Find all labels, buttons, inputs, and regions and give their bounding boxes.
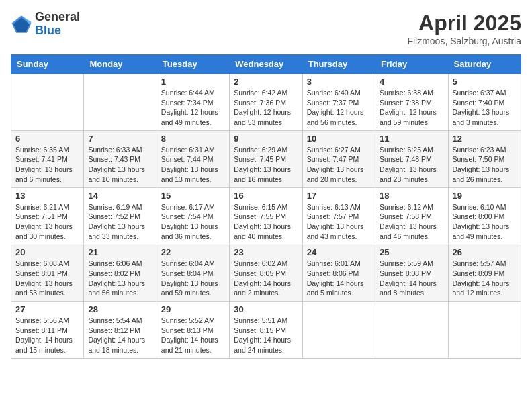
cell-line: Daylight: 14 hours and 15 minutes. <box>15 335 79 355</box>
cell-content: Sunrise: 6:08 AMSunset: 8:01 PMDaylight:… <box>15 259 79 298</box>
cell-line: Daylight: 13 hours and 53 minutes. <box>15 279 79 298</box>
cell-line: Sunset: 7:52 PM <box>88 212 152 222</box>
logo-line2: Blue <box>35 24 80 38</box>
cell-line: Sunset: 8:13 PM <box>161 326 225 336</box>
logo-text: General Blue <box>35 11 80 38</box>
cell-line: Sunrise: 6:02 AM <box>234 259 298 269</box>
cell-line: Sunrise: 5:51 AM <box>234 316 298 326</box>
cell-line: Sunrise: 6:35 AM <box>15 145 79 155</box>
calendar-cell <box>84 74 157 131</box>
day-number: 30 <box>234 304 298 314</box>
cell-line: Sunrise: 6:19 AM <box>88 202 152 212</box>
calendar-cell: 23Sunrise: 6:02 AMSunset: 8:05 PMDayligh… <box>230 244 302 302</box>
cell-content: Sunrise: 6:25 AMSunset: 7:48 PMDaylight:… <box>380 145 443 185</box>
calendar-title: April 2025 <box>407 11 521 36</box>
day-number: 26 <box>453 247 517 257</box>
day-number: 21 <box>88 247 152 257</box>
cell-content: Sunrise: 5:57 AMSunset: 8:09 PMDaylight:… <box>453 259 517 298</box>
cell-line: Sunrise: 6:38 AM <box>380 88 443 98</box>
cell-content: Sunrise: 6:35 AMSunset: 7:41 PMDaylight:… <box>15 145 79 185</box>
calendar-cell: 1Sunrise: 6:44 AMSunset: 7:34 PMDaylight… <box>157 74 229 131</box>
cell-content: Sunrise: 5:56 AMSunset: 8:11 PMDaylight:… <box>15 316 79 355</box>
cell-content: Sunrise: 6:17 AMSunset: 7:54 PMDaylight:… <box>161 202 225 242</box>
cell-line: Daylight: 14 hours and 21 minutes. <box>161 335 225 355</box>
cell-line: Sunset: 7:44 PM <box>161 154 225 165</box>
cell-content: Sunrise: 5:52 AMSunset: 8:13 PMDaylight:… <box>161 316 225 355</box>
cell-line: Daylight: 14 hours and 24 minutes. <box>234 335 298 355</box>
day-header-wednesday: Wednesday <box>230 55 302 74</box>
cell-line: Daylight: 14 hours and 18 minutes. <box>88 335 152 355</box>
calendar-cell: 24Sunrise: 6:01 AMSunset: 8:06 PMDayligh… <box>302 244 375 302</box>
cell-content: Sunrise: 5:54 AMSunset: 8:12 PMDaylight:… <box>88 316 152 355</box>
day-number: 24 <box>307 247 371 257</box>
day-number: 4 <box>380 77 443 87</box>
days-header-row: SundayMondayTuesdayWednesdayThursdayFrid… <box>11 55 521 74</box>
cell-content: Sunrise: 6:12 AMSunset: 7:58 PMDaylight:… <box>380 202 443 242</box>
calendar-cell: 18Sunrise: 6:12 AMSunset: 7:58 PMDayligh… <box>375 187 448 244</box>
cell-content: Sunrise: 6:15 AMSunset: 7:55 PMDaylight:… <box>234 202 298 242</box>
day-number: 12 <box>453 134 517 144</box>
week-row-3: 13Sunrise: 6:21 AMSunset: 7:51 PMDayligh… <box>11 187 521 244</box>
cell-line: Sunset: 7:48 PM <box>380 154 443 165</box>
cell-line: Sunset: 8:06 PM <box>307 269 371 279</box>
day-number: 14 <box>88 191 152 201</box>
calendar-cell: 7Sunrise: 6:33 AMSunset: 7:43 PMDaylight… <box>84 130 157 187</box>
week-row-4: 20Sunrise: 6:08 AMSunset: 8:01 PMDayligh… <box>11 244 521 302</box>
cell-line: Sunrise: 5:57 AM <box>453 259 517 269</box>
cell-line: Sunset: 7:50 PM <box>453 154 517 165</box>
day-number: 7 <box>88 134 152 144</box>
cell-line: Sunrise: 6:29 AM <box>234 145 298 155</box>
cell-line: Sunrise: 6:13 AM <box>307 202 371 212</box>
day-number: 17 <box>307 191 371 201</box>
cell-content: Sunrise: 6:40 AMSunset: 7:37 PMDaylight:… <box>307 88 371 128</box>
day-header-sunday: Sunday <box>11 55 84 74</box>
day-header-saturday: Saturday <box>448 55 521 74</box>
page-header: General Blue April 2025 Filzmoos, Salzbu… <box>11 11 521 46</box>
day-number: 22 <box>161 247 225 257</box>
cell-line: Sunset: 7:36 PM <box>234 98 298 108</box>
calendar-cell: 13Sunrise: 6:21 AMSunset: 7:51 PMDayligh… <box>11 187 84 244</box>
day-number: 5 <box>453 77 517 87</box>
cell-content: Sunrise: 6:19 AMSunset: 7:52 PMDaylight:… <box>88 202 152 242</box>
cell-content: Sunrise: 5:59 AMSunset: 8:08 PMDaylight:… <box>380 259 443 298</box>
cell-line: Daylight: 13 hours and 49 minutes. <box>453 222 517 241</box>
cell-content: Sunrise: 5:51 AMSunset: 8:15 PMDaylight:… <box>234 316 298 355</box>
cell-line: Sunrise: 6:15 AM <box>234 202 298 212</box>
cell-content: Sunrise: 6:44 AMSunset: 7:34 PMDaylight:… <box>161 88 225 128</box>
cell-line: Daylight: 13 hours and 56 minutes. <box>88 279 152 298</box>
cell-line: Daylight: 13 hours and 40 minutes. <box>234 222 298 241</box>
day-number: 16 <box>234 191 298 201</box>
calendar-cell: 10Sunrise: 6:27 AMSunset: 7:47 PMDayligh… <box>302 130 375 187</box>
cell-line: Daylight: 13 hours and 43 minutes. <box>307 222 371 241</box>
day-number: 8 <box>161 134 225 144</box>
cell-line: Sunset: 8:15 PM <box>234 326 298 336</box>
cell-content: Sunrise: 6:31 AMSunset: 7:44 PMDaylight:… <box>161 145 225 185</box>
cell-line: Daylight: 13 hours and 13 minutes. <box>161 165 225 184</box>
cell-line: Sunset: 7:47 PM <box>307 154 371 165</box>
calendar-cell: 11Sunrise: 6:25 AMSunset: 7:48 PMDayligh… <box>375 130 448 187</box>
cell-line: Daylight: 13 hours and 6 minutes. <box>15 165 79 184</box>
cell-line: Sunset: 8:12 PM <box>88 326 152 336</box>
calendar-cell: 30Sunrise: 5:51 AMSunset: 8:15 PMDayligh… <box>230 302 302 359</box>
calendar-cell: 2Sunrise: 6:42 AMSunset: 7:36 PMDaylight… <box>230 74 302 131</box>
calendar-cell: 9Sunrise: 6:29 AMSunset: 7:45 PMDaylight… <box>230 130 302 187</box>
cell-line: Sunrise: 6:23 AM <box>453 145 517 155</box>
cell-line: Daylight: 13 hours and 26 minutes. <box>453 165 517 184</box>
cell-line: Daylight: 13 hours and 23 minutes. <box>380 165 443 184</box>
calendar-cell: 26Sunrise: 5:57 AMSunset: 8:09 PMDayligh… <box>448 244 521 302</box>
cell-content: Sunrise: 6:13 AMSunset: 7:57 PMDaylight:… <box>307 202 371 242</box>
calendar-cell: 3Sunrise: 6:40 AMSunset: 7:37 PMDaylight… <box>302 74 375 131</box>
cell-content: Sunrise: 6:27 AMSunset: 7:47 PMDaylight:… <box>307 145 371 185</box>
day-number: 9 <box>234 134 298 144</box>
day-number: 11 <box>380 134 443 144</box>
cell-line: Sunrise: 6:10 AM <box>453 202 517 212</box>
week-row-1: 1Sunrise: 6:44 AMSunset: 7:34 PMDaylight… <box>11 74 521 131</box>
cell-line: Sunrise: 5:56 AM <box>15 316 79 326</box>
cell-line: Sunrise: 5:59 AM <box>380 259 443 269</box>
cell-line: Sunset: 7:37 PM <box>307 98 371 108</box>
cell-line: Sunset: 8:02 PM <box>88 269 152 279</box>
logo-icon <box>11 13 32 35</box>
cell-line: Daylight: 14 hours and 12 minutes. <box>453 279 517 298</box>
cell-line: Sunset: 7:38 PM <box>380 98 443 108</box>
calendar-subtitle: Filzmoos, Salzburg, Austria <box>407 36 521 46</box>
